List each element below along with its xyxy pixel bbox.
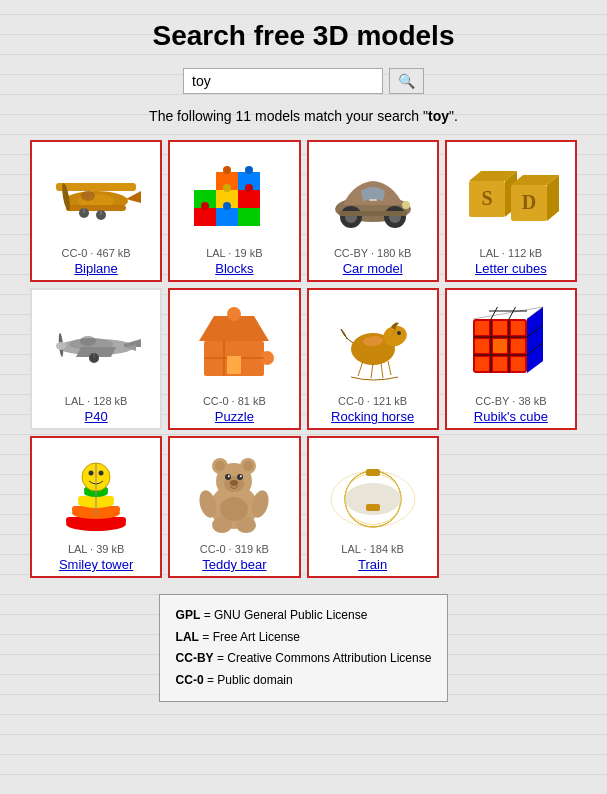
model-card-teddy-bear: CC-0 · 319 kB Teddy bear — [168, 436, 300, 578]
svg-rect-121 — [366, 469, 380, 476]
model-name-letter-cubes[interactable]: Letter cubes — [475, 261, 547, 276]
legend-item-gpl: GPL = GNU General Public License — [176, 605, 432, 627]
model-thumb-biplane — [41, 148, 151, 243]
model-thumb-puzzle — [179, 296, 289, 391]
model-license-p40: LAL · 128 kB — [65, 395, 128, 407]
svg-point-23 — [223, 166, 231, 174]
model-name-rocking-horse[interactable]: Rocking horse — [331, 409, 414, 424]
model-name-blocks[interactable]: Blocks — [215, 261, 253, 276]
model-license-rubiks: CC-BY · 38 kB — [475, 395, 546, 407]
svg-marker-4 — [126, 191, 141, 203]
svg-point-105 — [215, 461, 225, 471]
svg-line-61 — [358, 361, 363, 376]
model-thumb-letter-cubes: S D — [456, 148, 566, 243]
svg-point-20 — [223, 202, 231, 210]
svg-text:D: D — [522, 191, 536, 213]
model-name-teddy-bear[interactable]: Teddy bear — [202, 557, 266, 572]
model-license-car: CC-BY · 180 kB — [334, 247, 411, 259]
svg-rect-81 — [493, 321, 507, 335]
model-name-p40[interactable]: P40 — [85, 409, 108, 424]
svg-rect-82 — [511, 321, 525, 335]
svg-point-99 — [89, 471, 94, 476]
svg-text:S: S — [481, 187, 492, 209]
model-card-p40: LAL · 128 kB P40 — [30, 288, 162, 430]
svg-rect-15 — [238, 190, 260, 208]
model-thumb-blocks — [179, 148, 289, 243]
legend-desc-lal: = — [202, 630, 212, 644]
model-thumb-smiley-tower — [41, 444, 151, 539]
search-button[interactable]: 🔍 — [389, 68, 424, 94]
model-grid: CC-0 · 467 kB Biplane — [30, 140, 577, 578]
model-card-biplane: CC-0 · 467 kB Biplane — [30, 140, 162, 282]
svg-rect-31 — [339, 211, 407, 216]
svg-rect-18 — [238, 208, 260, 226]
svg-point-112 — [240, 475, 242, 477]
model-license-train: LAL · 184 kB — [341, 543, 404, 555]
svg-rect-32 — [369, 199, 377, 201]
legend-abbr-ccby: CC-BY — [176, 651, 214, 665]
svg-rect-3 — [66, 205, 126, 211]
svg-rect-2 — [56, 183, 136, 191]
svg-rect-88 — [511, 357, 525, 371]
svg-point-30 — [402, 201, 410, 209]
legend-abbr-lal: LAL — [176, 630, 199, 644]
model-thumb-rocking-horse — [318, 296, 428, 391]
svg-rect-11 — [194, 208, 216, 226]
model-license-rocking-horse: CC-0 · 121 kB — [338, 395, 407, 407]
result-text: The following 11 models match your searc… — [30, 108, 577, 124]
model-card-puzzle: CC-0 · 81 kB Puzzle — [168, 288, 300, 430]
model-card-train: LAL · 184 kB Train — [307, 436, 439, 578]
svg-rect-80 — [475, 321, 489, 335]
model-thumb-rubiks — [456, 296, 566, 391]
svg-rect-83 — [475, 339, 489, 353]
svg-point-22 — [245, 184, 253, 192]
legend-desc-ccby: = — [217, 651, 227, 665]
svg-point-46 — [80, 336, 96, 346]
model-card-letter-cubes: S D LAL · 112 kB Letter cubes — [445, 140, 577, 282]
model-license-teddy-bear: CC-0 · 319 kB — [200, 543, 269, 555]
legend: GPL = GNU General Public License LAL = F… — [159, 594, 449, 702]
model-name-train[interactable]: Train — [358, 557, 387, 572]
legend-item-lal: LAL = Free Art License — [176, 627, 432, 649]
svg-point-110 — [237, 474, 243, 480]
model-name-rubiks[interactable]: Rubik's cube — [474, 409, 548, 424]
svg-point-100 — [99, 471, 104, 476]
svg-line-64 — [388, 361, 391, 375]
model-name-puzzle[interactable]: Puzzle — [215, 409, 254, 424]
model-name-smiley-tower[interactable]: Smiley tower — [59, 557, 133, 572]
model-card-blocks: LAL · 19 kB Blocks — [168, 140, 300, 282]
model-thumb-teddy-bear — [179, 444, 289, 539]
legend-item-ccby: CC-BY = Creative Commons Attribution Lic… — [176, 648, 432, 670]
svg-point-60 — [397, 331, 401, 335]
model-license-letter-cubes: LAL · 112 kB — [480, 247, 543, 259]
model-thumb-train — [318, 444, 428, 539]
model-card-smiley-tower: LAL · 39 kB Smiley tower — [30, 436, 162, 578]
legend-item-cc0: CC-0 = Public domain — [176, 670, 432, 692]
svg-point-118 — [220, 497, 248, 521]
model-thumb-p40 — [41, 296, 151, 391]
model-name-car[interactable]: Car model — [343, 261, 403, 276]
svg-point-6 — [81, 191, 95, 201]
svg-point-19 — [201, 202, 209, 210]
svg-line-63 — [381, 363, 383, 378]
model-license-smiley-tower: LAL · 39 kB — [68, 543, 124, 555]
search-input[interactable] — [183, 68, 383, 94]
legend-abbr-gpl: GPL — [176, 608, 201, 622]
model-card-car: CC-BY · 180 kB Car model — [307, 140, 439, 282]
legend-desc-gpl: = — [204, 608, 214, 622]
svg-point-113 — [230, 480, 238, 486]
legend-desc-cc0: = — [207, 673, 217, 687]
svg-rect-86 — [475, 357, 489, 371]
svg-point-109 — [225, 474, 231, 480]
model-license-puzzle: CC-0 · 81 kB — [203, 395, 266, 407]
svg-point-111 — [228, 475, 230, 477]
svg-point-21 — [223, 184, 231, 192]
svg-point-53 — [227, 307, 241, 321]
svg-line-62 — [371, 363, 373, 378]
page-title: Search free 3D models — [30, 20, 577, 52]
model-card-rubiks: CC-BY · 38 kB Rubik's cube — [445, 288, 577, 430]
model-card-rocking-horse: CC-0 · 121 kB Rocking horse — [307, 288, 439, 430]
svg-rect-122 — [366, 504, 380, 511]
model-thumb-car — [318, 148, 428, 243]
model-name-biplane[interactable]: Biplane — [74, 261, 117, 276]
